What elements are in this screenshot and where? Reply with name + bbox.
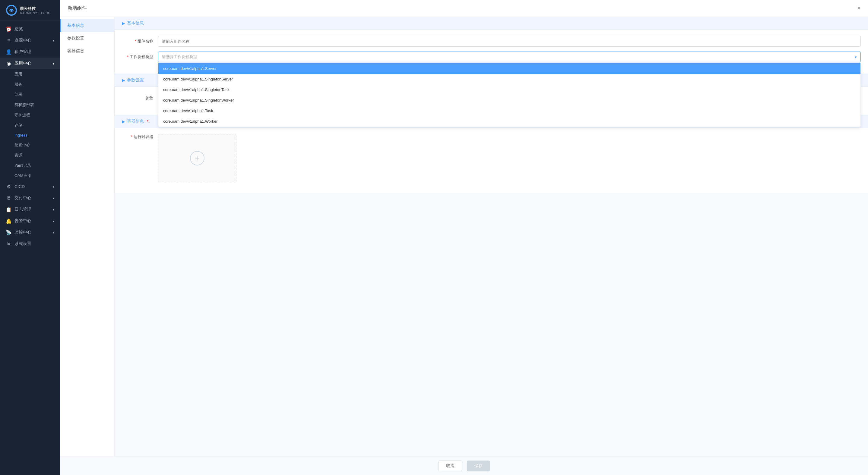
alerts-icon: 🔔 <box>6 218 11 224</box>
sidebar-item-yaml[interactable]: Yaml记录 <box>0 160 60 171</box>
chevron-down-icon-exchange: ▾ <box>53 197 54 200</box>
sidebar-item-guardian[interactable]: 守护进程 <box>0 110 60 120</box>
sidebar-item-service[interactable]: 服务 <box>0 79 60 90</box>
tab-params[interactable]: 参数设置 <box>60 32 114 45</box>
sidebar-item-oamapp[interactable]: OAM应用 <box>0 171 60 181</box>
modal-tabs: 基本信息 参数设置 容器信息 <box>60 17 115 456</box>
component-name-label: * 组件名称 <box>122 39 158 44</box>
overview-icon: ⏰ <box>6 26 11 32</box>
svg-point-1 <box>10 9 12 11</box>
chevron-down-icon-select: ▾ <box>855 55 857 59</box>
workload-option-singletonworker[interactable]: core.oam.dev/v1alpha1.SingletonWorker <box>158 95 861 105</box>
workload-dropdown: core.oam.dev/v1alpha1.Server core.oam.de… <box>158 63 861 127</box>
chevron-right-icon: ▶ <box>122 21 125 26</box>
sidebar-item-ingress[interactable]: Ingress <box>0 131 60 140</box>
sidebar-item-stateful[interactable]: 有状态部署 <box>0 100 60 110</box>
sidebar-item-exchange[interactable]: 🖥 交付中心 ▾ <box>0 192 60 204</box>
logo-text: 谐云科技 HARMONY CLOUD <box>20 6 51 15</box>
tenant-icon: 👤 <box>6 49 11 55</box>
workload-type-label: * 工作负载类型 <box>122 54 158 60</box>
resources-icon: ≡ <box>6 38 11 43</box>
workload-option-server[interactable]: core.oam.dev/v1alpha1.Server <box>158 63 861 74</box>
basic-section-label: 基本信息 <box>127 21 144 26</box>
save-button[interactable]: 保存 <box>467 461 490 471</box>
basic-info-section-header: ▶ 基本信息 <box>115 17 868 30</box>
appcenter-icon: ◉ <box>6 61 11 66</box>
sidebar-item-monitor[interactable]: 📡 监控中心 ▾ <box>0 227 60 238</box>
chevron-right-icon-container: ▶ <box>122 119 125 124</box>
sidebar-item-deploy[interactable]: 部署 <box>0 90 60 100</box>
container-section-label: 容器信息 <box>127 119 144 124</box>
workload-select-wrapper: 请选择工作负载类型 ▾ core.oam.dev/v1alpha1.Server… <box>158 52 861 62</box>
modal-add-component: 新增组件 × 基本信息 参数设置 容器信息 ▶ <box>60 14 868 475</box>
sidebar-item-cicd[interactable]: ⚙ CICD ▾ <box>0 181 60 192</box>
component-name-row: * 组件名称 <box>122 36 861 47</box>
tab-basic-info[interactable]: 基本信息 <box>60 19 114 32</box>
chevron-up-icon: ▴ <box>53 62 54 65</box>
cicd-icon: ⚙ <box>6 184 11 189</box>
sidebar-item-storage[interactable]: 存储 <box>0 120 60 131</box>
sidebar-item-alerts[interactable]: 🔔 告警中心 ▾ <box>0 215 60 227</box>
exchange-icon: 🖥 <box>6 195 11 201</box>
chevron-down-icon-alerts: ▾ <box>53 219 54 223</box>
chevron-right-icon-params: ▶ <box>122 78 125 82</box>
logo: 谐云科技 HARMONY CLOUD <box>0 0 60 21</box>
container-required-badge: * <box>147 119 148 124</box>
component-name-input[interactable] <box>158 36 861 47</box>
params-section-label: 参数设置 <box>127 77 144 83</box>
chevron-down-icon-logs: ▾ <box>53 208 54 211</box>
sidebar-item-app[interactable]: 应用 <box>0 69 60 79</box>
modal-form-content: ▶ 基本信息 * 组件名称 <box>115 17 868 456</box>
sidebar-item-appcenter[interactable]: ◉ 应用中心 ▴ <box>0 58 60 69</box>
settings-icon: 🖥 <box>6 241 11 246</box>
sidebar-item-resource[interactable]: 资源 <box>0 150 60 160</box>
workload-option-singletonserver[interactable]: core.oam.dev/v1alpha1.SingletonServer <box>158 74 861 84</box>
sidebar-item-logs[interactable]: 📋 日志管理 ▾ <box>0 204 60 215</box>
sidebar-menu: ⏰ 总览 ≡ 资源中心 ▾ 👤 租户管理 ◉ 应用中心 ▴ 应用 服务 部署 有… <box>0 21 60 475</box>
sidebar: 谐云科技 HARMONY CLOUD ⏰ 总览 ≡ 资源中心 ▾ 👤 租户管理 … <box>0 0 60 475</box>
modal-overlay: 新增组件 × 基本信息 参数设置 容器信息 ▶ <box>60 14 868 475</box>
basic-info-form: * 组件名称 * 工作负载类型 请选择工作负载类型 <box>115 30 868 73</box>
params-label: 参数 <box>122 95 158 101</box>
modal-footer: 取消 保存 <box>60 456 868 475</box>
modal-body: 基本信息 参数设置 容器信息 ▶ 基本信息 <box>60 17 868 456</box>
workload-type-select[interactable]: 请选择工作负载类型 ▾ <box>158 52 861 62</box>
workload-option-worker[interactable]: core.oam.dev/v1alpha1.Worker <box>158 116 861 127</box>
chevron-down-icon: ▾ <box>53 39 54 42</box>
monitor-icon: 📡 <box>6 230 11 235</box>
main-area: 租户 项目 OAM oam OAM应用 / OAM 应用详情 ↻ 应用： oam… <box>60 0 868 475</box>
modal-header: 新增组件 × <box>60 14 868 17</box>
sidebar-item-settings[interactable]: 🖥 系统设置 <box>0 238 60 249</box>
logo-icon <box>6 5 17 16</box>
tab-container[interactable]: 容器信息 <box>60 45 114 57</box>
sidebar-item-tenant[interactable]: 👤 租户管理 <box>0 46 60 58</box>
cancel-button[interactable]: 取消 <box>438 461 462 471</box>
logs-icon: 📋 <box>6 207 11 212</box>
basic-section-expand[interactable]: ▶ 基本信息 <box>122 21 861 26</box>
container-box[interactable]: + <box>158 134 237 182</box>
sidebar-item-overview[interactable]: ⏰ 总览 <box>0 23 60 35</box>
content: OAM应用 / OAM 应用详情 ↻ 应用： oam 发布 ℹ 请先选择版本 应… <box>60 14 868 475</box>
workload-type-row: * 工作负载类型 请选择工作负载类型 ▾ core.oam.dev/v1alph… <box>122 52 861 62</box>
runtime-container-label: * 运行时容器 <box>122 134 158 140</box>
sidebar-item-config[interactable]: 配置中心 <box>0 140 60 150</box>
chevron-down-icon-cicd: ▾ <box>53 185 54 189</box>
workload-placeholder: 请选择工作负载类型 <box>162 54 197 60</box>
workload-option-task[interactable]: core.oam.dev/v1alpha1.Task <box>158 105 861 116</box>
sidebar-item-resources[interactable]: ≡ 资源中心 ▾ <box>0 35 60 46</box>
container-form: * 运行时容器 + <box>115 128 868 193</box>
workload-option-singletontask[interactable]: core.oam.dev/v1alpha1.SingletonTask <box>158 84 861 95</box>
add-container-button[interactable]: + <box>190 151 205 166</box>
runtime-container-row: * 运行时容器 + <box>122 134 861 182</box>
chevron-down-icon-monitor: ▾ <box>53 231 54 234</box>
